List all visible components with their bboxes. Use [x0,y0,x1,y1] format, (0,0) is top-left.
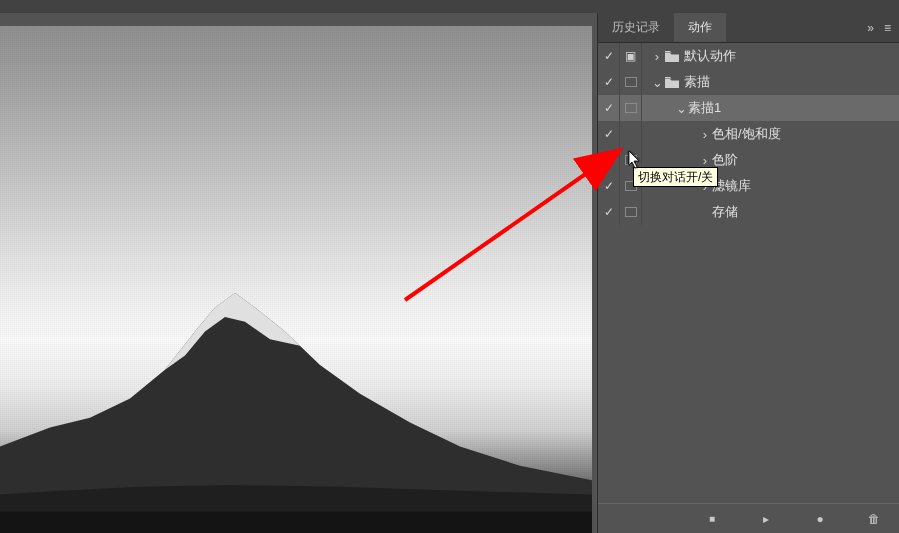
folder-icon [664,77,680,88]
actions-list: ✓▣›默认动作✓⌄素描✓⌄素描1✓›色相/饱和度✓›色阶切换对话开/关✓›滤镜库… [598,43,899,503]
panel-tab-bar: 历史记录 动作 » ≡ [598,13,899,43]
actions-panel: 历史记录 动作 » ≡ ✓▣›默认动作✓⌄素描✓⌄素描1✓›色相/饱和度✓›色阶… [597,13,899,533]
panel-menu-icon[interactable]: ≡ [884,21,891,35]
row-content: ⌄素描 [642,69,899,95]
action-row[interactable]: ✓⌄素描1 [598,95,899,121]
toggle-dialog-button[interactable] [620,199,642,225]
tab-actions[interactable]: 动作 [674,13,726,42]
action-row[interactable]: ✓›色相/饱和度 [598,121,899,147]
action-row[interactable]: ✓⌄素描 [598,69,899,95]
toggle-enabled-checkbox[interactable]: ✓ [598,69,620,95]
chevron-down-icon[interactable]: ⌄ [674,101,688,116]
toggle-enabled-checkbox[interactable]: ✓ [598,147,620,173]
chevron-right-icon[interactable]: › [698,127,712,142]
row-content: ›默认动作 [642,43,899,69]
dialog-box-icon [625,103,637,113]
row-label: 存储 [712,203,738,221]
row-label: 素描 [684,73,710,91]
stop-button[interactable]: ■ [705,513,719,524]
toggle-enabled-checkbox[interactable]: ✓ [598,199,620,225]
play-button[interactable]: ▸ [759,512,773,526]
row-label: 默认动作 [684,47,736,65]
document-canvas[interactable] [0,26,592,533]
panel-more-icon[interactable]: » [867,21,874,35]
trash-button[interactable]: 🗑 [867,512,881,526]
check-icon: ✓ [604,101,614,115]
row-label: 色相/饱和度 [712,125,781,143]
document-canvas-wrap [0,26,605,533]
panel-footer: ■ ▸ ● 🗑 [598,503,899,533]
toggle-dialog-button[interactable]: ▣ [620,43,642,69]
chevron-right-icon[interactable]: › [698,153,712,168]
toggle-dialog-button[interactable] [620,69,642,95]
row-content: ›色相/饱和度 [642,121,899,147]
dialog-box-icon [625,155,637,165]
folder-icon [664,51,680,62]
app-top-bar [0,0,899,13]
check-icon: ✓ [604,49,614,63]
tab-history[interactable]: 历史记录 [598,13,674,42]
image-mountain [0,178,592,533]
action-row[interactable]: ✓▣›默认动作 [598,43,899,69]
row-content: ⌄素描1 [642,95,899,121]
dialog-box-icon [625,77,637,87]
toggle-dialog-button[interactable] [620,95,642,121]
check-icon: ✓ [604,153,614,167]
check-icon: ✓ [604,127,614,141]
check-icon: ✓ [604,75,614,89]
row-content: 存储 [642,199,899,225]
chevron-right-icon[interactable]: › [650,49,664,64]
check-icon: ✓ [604,179,614,193]
toggle-enabled-checkbox[interactable]: ✓ [598,43,620,69]
set-options-icon: ▣ [625,49,636,63]
tooltip: 切换对话开/关 [633,167,718,187]
record-button[interactable]: ● [813,512,827,526]
dialog-box-icon [625,207,637,217]
row-label: 素描1 [688,99,721,117]
toggle-enabled-checkbox[interactable]: ✓ [598,173,620,199]
chevron-down-icon[interactable]: ⌄ [650,75,664,90]
action-row[interactable]: ✓存储 [598,199,899,225]
toggle-enabled-checkbox[interactable]: ✓ [598,95,620,121]
toggle-dialog-button[interactable] [620,121,642,147]
check-icon: ✓ [604,205,614,219]
toggle-enabled-checkbox[interactable]: ✓ [598,121,620,147]
